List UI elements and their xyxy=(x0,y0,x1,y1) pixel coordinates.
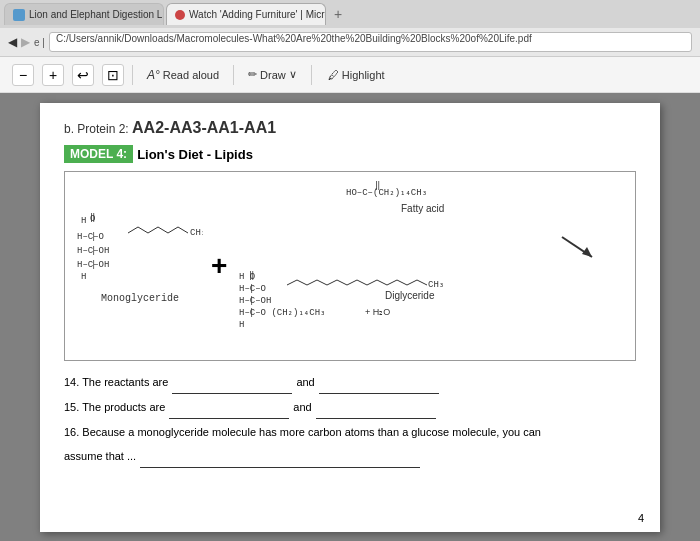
svg-text:Monoglyceride: Monoglyceride xyxy=(101,293,179,304)
q16-text: 16. Because a monoglyceride molecule has… xyxy=(64,421,541,443)
q15-and: and xyxy=(293,396,311,418)
q14-blank2[interactable] xyxy=(319,371,439,394)
highlight-label: Highlight xyxy=(342,69,385,81)
q15-number: 15. The products are xyxy=(64,396,165,418)
svg-text:+  H₂O: + H₂O xyxy=(365,307,390,317)
diglyceride-area: H O ‖ H–C–O CH₃ | H–C–OH | H–C–O (CH₂)₁₄… xyxy=(235,269,627,352)
svg-text:H: H xyxy=(239,320,244,330)
fit-button[interactable]: ⊡ xyxy=(102,64,124,86)
right-section: HO–C–(CH₂)₁₄CH₃ ‖ Fatty acid H O xyxy=(235,180,627,352)
q15-blank1[interactable] xyxy=(169,396,289,419)
tab-bar: Lion and Elephant Digestion Lab ✕ Watch … xyxy=(0,0,700,28)
new-tab-button[interactable]: + xyxy=(328,4,348,24)
monoglyceride-svg: H O ‖ H–C–O CH₃ | H–C–OH | H–C–OH | H Mo… xyxy=(73,211,203,321)
q15-blank2[interactable] xyxy=(316,396,436,419)
address-text: C:/Users/annik/Downloads/Macromolecules-… xyxy=(56,33,532,44)
zoom-plus-button[interactable]: + xyxy=(42,64,64,86)
question-16: 16. Because a monoglyceride molecule has… xyxy=(64,421,636,443)
svg-text:|: | xyxy=(249,284,254,294)
tab-favicon-2 xyxy=(175,10,185,20)
back-icon[interactable]: ◀ xyxy=(8,35,17,49)
separator-3 xyxy=(311,65,312,85)
fatty-acid-svg: HO–C–(CH₂)₁₄CH₃ ‖ Fatty acid xyxy=(341,180,521,225)
protein-label: b. Protein 2: AA2-AA3-AA1-AA1 xyxy=(64,119,636,137)
page-number: 4 xyxy=(638,512,644,524)
protein-title-text: AA2-AA3-AA1-AA1 xyxy=(132,119,276,136)
draw-label: Draw xyxy=(260,69,286,81)
zoom-minus-button[interactable]: − xyxy=(12,64,34,86)
draw-button[interactable]: ✏ Draw ∨ xyxy=(242,65,303,84)
plus-sign: + xyxy=(211,250,227,282)
draw-chevron-icon: ∨ xyxy=(289,68,297,81)
chain1 xyxy=(287,280,427,285)
pdf-page: b. Protein 2: AA2-AA3-AA1-AA1 MODEL 4: L… xyxy=(40,103,660,532)
pdf-content-area: b. Protein 2: AA2-AA3-AA1-AA1 MODEL 4: L… xyxy=(0,93,700,541)
svg-text:CH₃: CH₃ xyxy=(190,228,203,238)
reaction-arrow xyxy=(235,232,597,265)
svg-text:|: | xyxy=(91,232,96,242)
highlight-button[interactable]: 🖊 Highlight xyxy=(320,66,393,84)
q14-blank1[interactable] xyxy=(172,371,292,394)
questions-section: 14. The reactants are and 15. The produc… xyxy=(64,371,636,468)
read-aloud-button[interactable]: A° Read aloud xyxy=(141,65,225,85)
svg-text:Diglyceride: Diglyceride xyxy=(385,290,435,301)
svg-text:|: | xyxy=(91,260,96,270)
protein-prefix-text: b. Protein 2: xyxy=(64,122,129,136)
tab-favicon-1 xyxy=(13,9,25,21)
tab-lion-digestion[interactable]: Lion and Elephant Digestion Lab ✕ xyxy=(4,3,164,25)
svg-text:‖: ‖ xyxy=(90,213,95,223)
fatty-acid-area: HO–C–(CH₂)₁₄CH₃ ‖ Fatty acid xyxy=(235,180,627,228)
read-aloud-label: Read aloud xyxy=(163,69,219,81)
question-14: 14. The reactants are and xyxy=(64,371,636,394)
read-aloud-icon: A° xyxy=(147,68,160,82)
q16-assume: assume that ... xyxy=(64,445,136,467)
svg-text:|: | xyxy=(249,308,254,318)
draw-icon: ✏ xyxy=(248,68,257,81)
svg-text:Fatty acid: Fatty acid xyxy=(401,203,444,214)
tab-label-1: Lion and Elephant Digestion Lab xyxy=(29,9,164,20)
monoglyceride-section: H O ‖ H–C–O CH₃ | H–C–OH | H–C–OH | H Mo… xyxy=(73,211,203,321)
model-badge: MODEL 4: xyxy=(64,145,133,163)
svg-text:H: H xyxy=(81,216,86,226)
model-title-text: Lion's Diet - Lipids xyxy=(137,147,253,162)
address-prefix: e | xyxy=(34,37,45,48)
undo-button[interactable]: ↩ xyxy=(72,64,94,86)
highlight-icon: 🖊 xyxy=(328,69,339,81)
arrow-svg xyxy=(557,232,597,262)
tab-label-2: Watch 'Adding Furniture' | Micro xyxy=(189,9,326,20)
separator-2 xyxy=(233,65,234,85)
svg-text:HO–C–(CH₂)₁₄CH₃: HO–C–(CH₂)₁₄CH₃ xyxy=(346,188,427,198)
forward-icon[interactable]: ▶ xyxy=(21,35,30,49)
address-input[interactable]: C:/Users/annik/Downloads/Macromolecules-… xyxy=(49,32,692,52)
question-16-cont: assume that ... xyxy=(64,445,636,468)
question-15: 15. The products are and xyxy=(64,396,636,419)
pdf-toolbar: − + ↩ ⊡ A° Read aloud ✏ Draw ∨ 🖊 Highlig… xyxy=(0,57,700,93)
q16-blank[interactable] xyxy=(140,445,420,468)
model-title-line: MODEL 4: Lion's Diet - Lipids xyxy=(64,145,636,163)
diagram-box: H O ‖ H–C–O CH₃ | H–C–OH | H–C–OH | H Mo… xyxy=(64,171,636,361)
svg-text:‖: ‖ xyxy=(249,271,254,281)
address-bar-row: ◀ ▶ e | C:/Users/annik/Downloads/Macromo… xyxy=(0,28,700,56)
tab-adding-furniture[interactable]: Watch 'Adding Furniture' | Micro ✕ xyxy=(166,3,326,25)
svg-text:|: | xyxy=(91,246,96,256)
q14-number: 14. The reactants are xyxy=(64,371,168,393)
svg-text:H: H xyxy=(81,272,86,282)
diglyceride-svg: H O ‖ H–C–O CH₃ | H–C–OH | H–C–O (CH₂)₁₄… xyxy=(235,269,455,349)
svg-text:CH₃: CH₃ xyxy=(428,280,444,290)
separator-1 xyxy=(132,65,133,85)
browser-chrome: Lion and Elephant Digestion Lab ✕ Watch … xyxy=(0,0,700,57)
svg-text:‖: ‖ xyxy=(375,181,380,191)
chain-line xyxy=(128,227,188,233)
svg-text:|: | xyxy=(249,296,254,306)
svg-text:H–C–OH: H–C–OH xyxy=(239,296,271,306)
arrow-head xyxy=(582,247,592,257)
q14-and: and xyxy=(296,371,314,393)
